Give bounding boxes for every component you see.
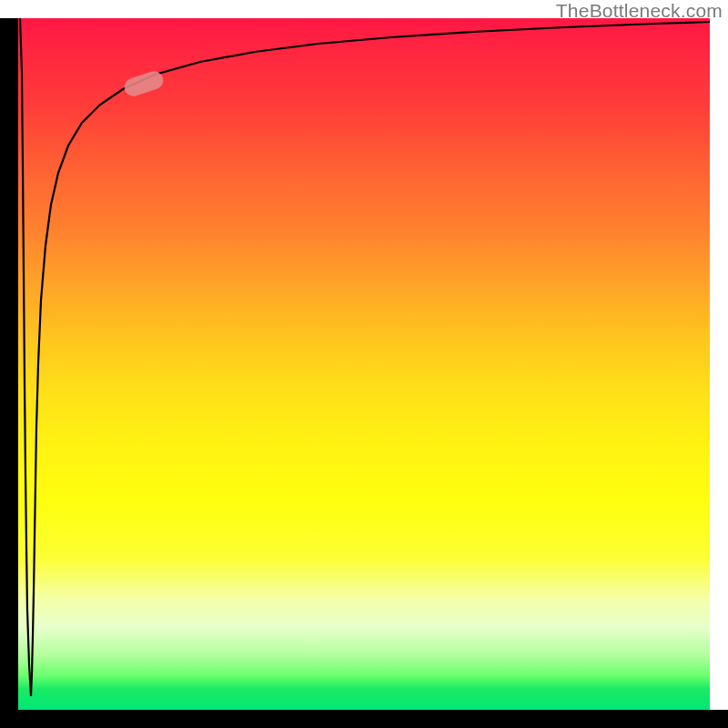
curve-main <box>31 22 710 696</box>
y-axis <box>0 18 18 710</box>
curve-left-down <box>20 18 31 696</box>
watermark: TheBottleneck.com <box>556 0 723 22</box>
x-axis <box>0 710 728 728</box>
curve-layer <box>18 18 710 710</box>
plot-area <box>18 18 710 710</box>
chart-canvas: TheBottleneck.com <box>0 0 728 728</box>
